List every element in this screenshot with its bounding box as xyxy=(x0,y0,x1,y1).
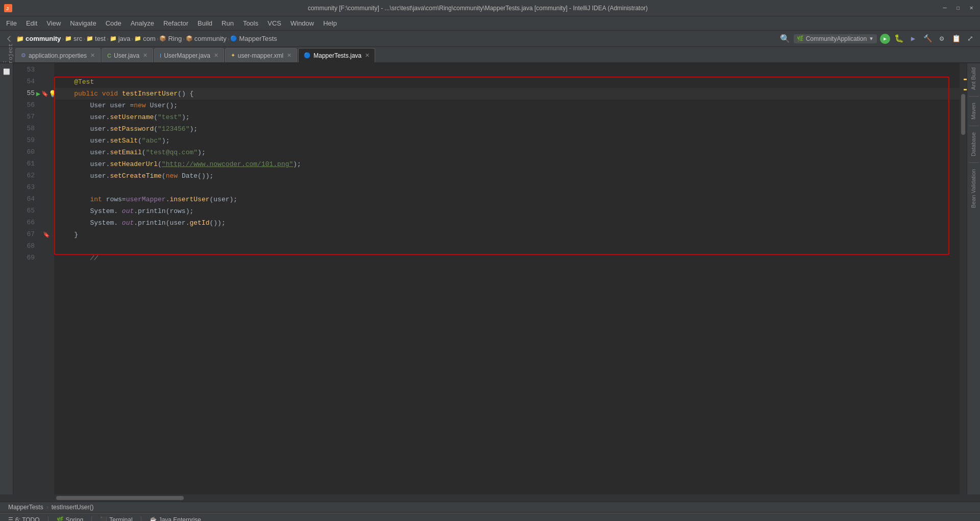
project-sidebar-toggle[interactable]: 1: Project xyxy=(2,48,13,62)
breadcrumb-mappertests-label[interactable]: MapperTests xyxy=(8,504,43,511)
code-line-58: user.setPassword("123456"); xyxy=(54,123,960,135)
tab-close-xml[interactable]: ✕ xyxy=(287,52,291,59)
menu-edit[interactable]: Edit xyxy=(22,18,41,29)
settings-button[interactable]: ⚙ xyxy=(936,33,947,44)
expand-button[interactable]: ⤢ xyxy=(965,33,976,44)
breadcrumb-mappertests[interactable]: 🔵 MapperTests xyxy=(230,35,277,42)
error-marker-2 xyxy=(964,89,967,90)
h-scroll-thumb[interactable] xyxy=(56,496,184,500)
search-icon[interactable]: 🔍 xyxy=(779,33,791,44)
menu-navigate[interactable]: Navigate xyxy=(66,18,100,29)
maximize-button[interactable]: ☐ xyxy=(953,4,963,13)
error-marker xyxy=(964,79,967,80)
nav-right-toolbar: 🔍 🌿 CommunityApplication ▼ ▶ 🐛 ▶ 🔨 ⚙ 📋 ⤢ xyxy=(779,33,976,44)
code-line-57: user.setUsername("test"); xyxy=(54,111,960,123)
gutter-63 xyxy=(39,182,54,194)
bottom-terminal[interactable]: ⬛ Terminal xyxy=(96,515,136,522)
gutter-54 xyxy=(39,76,54,88)
code-line-53 xyxy=(54,64,960,76)
line-num-68: 68 xyxy=(15,241,35,252)
breadcrumb-community[interactable]: 📁 community xyxy=(16,35,61,42)
menu-analyze[interactable]: Analyze xyxy=(127,18,158,29)
tab-icon-mappertests: 🔵 xyxy=(304,52,311,59)
menu-help[interactable]: Help xyxy=(319,18,341,29)
code-breadcrumb: MapperTests › testInsertUser() xyxy=(8,504,93,511)
build-button[interactable]: 🔨 xyxy=(922,33,933,44)
right-tab-maven[interactable]: Maven xyxy=(968,99,979,124)
line-num-53: 53 xyxy=(15,64,35,76)
tab-user-java[interactable]: C User.java ✕ xyxy=(102,48,153,62)
spring-icon: 🌿 xyxy=(57,516,64,521)
right-tab-ant-build[interactable]: Ant Build xyxy=(968,63,979,94)
right-tab-database[interactable]: Database xyxy=(968,128,979,160)
code-line-64: int rows=userMapper.insertUser(user); xyxy=(54,194,960,205)
breadcrumb-test[interactable]: 📁 test xyxy=(86,35,106,42)
tab-usermapper-java[interactable]: I UserMapper.java ✕ xyxy=(154,48,224,62)
menu-view[interactable]: View xyxy=(42,18,65,29)
structure-icon[interactable]: ⬜ xyxy=(1,65,13,78)
breadcrumb-community2[interactable]: 📦 community xyxy=(186,35,227,42)
minimize-button[interactable]: — xyxy=(940,4,949,13)
gutter-55[interactable]: ▶ 🔖 💡 xyxy=(39,88,54,100)
tab-mappertests[interactable]: 🔵 MapperTests.java ✕ xyxy=(298,48,375,62)
bottom-java-enterprise[interactable]: ☕ Java Enterprise xyxy=(145,515,205,522)
line-num-54: 54 xyxy=(15,76,35,88)
menu-run[interactable]: Run xyxy=(217,18,238,29)
todo-label: 6: TODO xyxy=(15,516,40,522)
menu-build[interactable]: Build xyxy=(193,18,216,29)
tab-close-usermapper[interactable]: ✕ xyxy=(214,52,218,59)
menu-vcs[interactable]: VCS xyxy=(263,18,285,29)
vertical-scrollbar[interactable] xyxy=(960,63,967,494)
gutter-56 xyxy=(39,100,54,111)
menu-file[interactable]: File xyxy=(2,18,21,29)
tab-close-mappertests[interactable]: ✕ xyxy=(365,52,370,59)
gutter-58 xyxy=(39,123,54,135)
bottom-spring[interactable]: 🌿 Spring xyxy=(53,515,88,522)
tab-application-properties[interactable]: ⚙ application.properties ✕ xyxy=(15,48,101,62)
nav-back-icon[interactable] xyxy=(4,34,14,44)
gutter-57 xyxy=(39,111,54,123)
run-config[interactable]: 🌿 CommunityApplication ▼ xyxy=(794,34,877,43)
gutter-66 xyxy=(39,217,54,229)
code-line-69: // xyxy=(54,252,960,264)
debug-button[interactable]: 🐛 xyxy=(893,33,904,44)
menu-tools[interactable]: Tools xyxy=(239,18,262,29)
bookmark-button[interactable]: 📋 xyxy=(950,33,962,44)
right-sidebar-divider-3 xyxy=(969,162,979,163)
line-num-56: 56 xyxy=(15,100,35,111)
line-num-64: 64 xyxy=(15,194,35,205)
tab-close-user-java[interactable]: ✕ xyxy=(143,52,148,59)
code-editor[interactable]: @Test public void testInsertUser() { Use… xyxy=(54,63,960,494)
java-enterprise-icon: ☕ xyxy=(150,516,157,521)
horizontal-scrollbar[interactable] xyxy=(0,494,980,502)
run-arrow-55[interactable]: ▶ xyxy=(36,89,40,98)
line-num-63: 63 xyxy=(15,182,35,194)
breadcrumb-testinsertuser-label[interactable]: testInsertUser() xyxy=(52,504,94,511)
nav-bar: 📁 community › 📁 src › 📁 test › 📁 java › … xyxy=(0,31,980,47)
line-num-58: 58 xyxy=(15,123,35,135)
tab-close-properties[interactable]: ✕ xyxy=(90,52,95,59)
tab-label-xml: user-mapper.xml xyxy=(238,52,283,59)
right-sidebar-divider-2 xyxy=(969,126,979,126)
tab-user-mapper-xml[interactable]: ✦ user-mapper.xml ✕ xyxy=(225,48,297,62)
scrollbar-thumb[interactable] xyxy=(961,94,965,135)
bottom-todo[interactable]: ☰ 6: TODO xyxy=(4,515,44,522)
tab-label-mappertests: MapperTests.java xyxy=(313,52,361,59)
tab-icon-properties: ⚙ xyxy=(21,52,26,59)
gutter-65 xyxy=(39,205,54,217)
breadcrumb-src[interactable]: 📁 src xyxy=(65,35,82,42)
gutter-68 xyxy=(39,241,54,252)
menu-code[interactable]: Code xyxy=(102,18,126,29)
menu-window[interactable]: Window xyxy=(286,18,318,29)
menu-refactor[interactable]: Refactor xyxy=(159,18,192,29)
run-button[interactable]: ▶ xyxy=(880,34,890,44)
run-with-coverage-button[interactable]: ▶ xyxy=(908,33,919,44)
right-tab-bean-validation[interactable]: Bean Validation xyxy=(968,165,979,212)
code-line-63 xyxy=(54,182,960,194)
breadcrumb-java[interactable]: 📁 java xyxy=(110,35,131,42)
breadcrumb-com[interactable]: 📁 com xyxy=(134,35,156,42)
close-button[interactable]: ✕ xyxy=(967,4,976,13)
tab-label-user-java: User.java xyxy=(114,52,139,59)
breadcrumb-ring[interactable]: 📦 Ring xyxy=(159,35,182,42)
gutter-67[interactable]: 🔖 xyxy=(39,229,54,241)
